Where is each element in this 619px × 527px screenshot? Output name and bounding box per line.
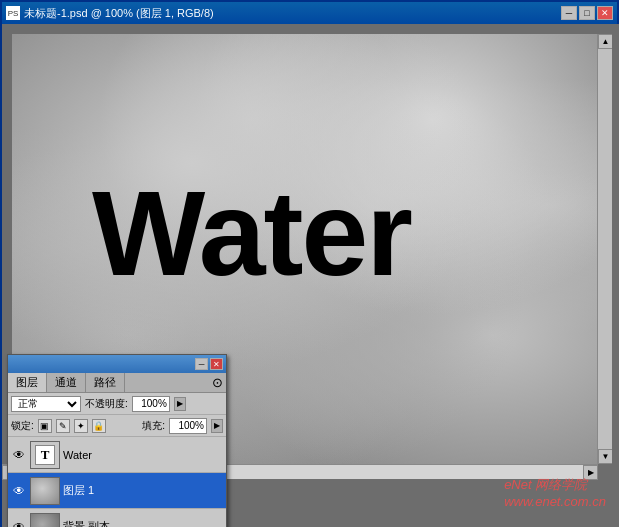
- layer-visibility-bg-copy[interactable]: 👁: [11, 519, 27, 528]
- layer-thumb-cloud2-img: [31, 514, 59, 528]
- watermark-line1: eNet 网络学院: [504, 476, 606, 494]
- layer-row-water[interactable]: 👁 T Water: [8, 437, 226, 473]
- window-controls: ─ □ ✕: [561, 6, 613, 20]
- lock-transparent-icon[interactable]: ▣: [38, 419, 52, 433]
- fill-label: 填充:: [142, 419, 165, 433]
- layer-thumb-water: T: [30, 441, 60, 469]
- photoshop-window: PS 未标题-1.psd @ 100% (图层 1, RGB/8) ─ □ ✕ …: [0, 0, 619, 527]
- layer-name-water: Water: [63, 449, 223, 461]
- layers-panel-titlebar: ─ ✕: [8, 355, 226, 373]
- title-bar: PS 未标题-1.psd @ 100% (图层 1, RGB/8) ─ □ ✕: [2, 2, 617, 24]
- tab-layers[interactable]: 图层: [8, 373, 47, 392]
- maximize-button[interactable]: □: [579, 6, 595, 20]
- minimize-button[interactable]: ─: [561, 6, 577, 20]
- text-layer-icon: T: [35, 445, 55, 465]
- opacity-label: 不透明度:: [85, 397, 128, 411]
- panel-menu-icon[interactable]: ⊙: [212, 375, 223, 390]
- layer-row-bg-copy[interactable]: 👁 背景 副本: [8, 509, 226, 527]
- layers-panel: ─ ✕ 图层 通道 路径 ⊙ 正常 溶解 不透明度:: [7, 354, 227, 527]
- layer-name-bg-copy: 背景 副本: [63, 519, 223, 527]
- layer-visibility-water[interactable]: 👁: [11, 447, 27, 463]
- tab-paths[interactable]: 路径: [86, 373, 125, 392]
- watermark: eNet 网络学院 www.enet.com.cn: [504, 476, 606, 509]
- lock-label: 锁定:: [11, 419, 34, 433]
- layer-row-layer1[interactable]: 👁 图层 1: [8, 473, 226, 509]
- mode-opacity-row: 正常 溶解 不透明度: ▶: [8, 393, 226, 415]
- layers-panel-minimize[interactable]: ─: [195, 358, 208, 370]
- layer-visibility-layer1[interactable]: 👁: [11, 483, 27, 499]
- fill-input[interactable]: [169, 418, 207, 434]
- layer-thumb-bg-copy: [30, 513, 60, 528]
- canvas-area: Water ▲ ▼ ◀ ▶ eNet 网络学院 www.enet.com.cn: [2, 24, 619, 527]
- app-icon: PS: [6, 6, 20, 20]
- tab-channels[interactable]: 通道: [47, 373, 86, 392]
- layer-thumb-cloud-img: [31, 478, 59, 504]
- watermark-line2: www.enet.com.cn: [504, 494, 606, 509]
- opacity-arrow[interactable]: ▶: [174, 397, 186, 411]
- lock-move-icon[interactable]: ✦: [74, 419, 88, 433]
- blend-mode-select[interactable]: 正常 溶解: [11, 396, 81, 412]
- scroll-down-arrow[interactable]: ▼: [598, 449, 612, 464]
- layer-name-layer1: 图层 1: [63, 483, 223, 498]
- lock-fill-row: 锁定: ▣ ✎ ✦ 🔒 填充: ▶: [8, 415, 226, 437]
- close-button[interactable]: ✕: [597, 6, 613, 20]
- opacity-input[interactable]: [132, 396, 170, 412]
- fill-arrow[interactable]: ▶: [211, 419, 223, 433]
- scroll-up-arrow[interactable]: ▲: [598, 34, 612, 49]
- vertical-scrollbar[interactable]: ▲ ▼: [597, 34, 612, 464]
- window-title: 未标题-1.psd @ 100% (图层 1, RGB/8): [24, 6, 214, 21]
- layers-panel-controls: ─ ✕: [195, 358, 223, 370]
- layer-thumb-layer1: [30, 477, 60, 505]
- water-text-display: Water: [92, 164, 411, 302]
- lock-all-icon[interactable]: 🔒: [92, 419, 106, 433]
- title-bar-left: PS 未标题-1.psd @ 100% (图层 1, RGB/8): [6, 6, 214, 21]
- layers-tabs: 图层 通道 路径 ⊙: [8, 373, 226, 393]
- layers-panel-close[interactable]: ✕: [210, 358, 223, 370]
- lock-paint-icon[interactable]: ✎: [56, 419, 70, 433]
